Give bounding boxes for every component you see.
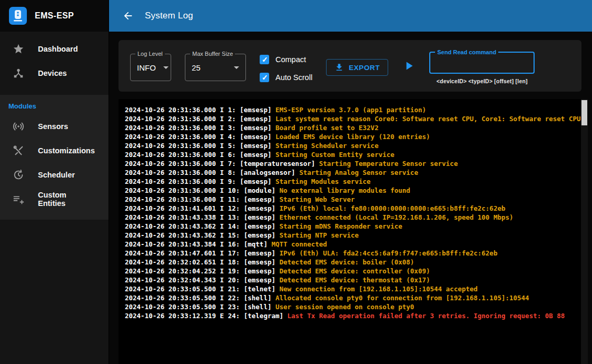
main: Log Level INFO Max Buffer Size 25 Compac… (109, 32, 592, 364)
log-line: 2024-10-26 20:31:36.000 I 10: [module] N… (125, 186, 579, 195)
app-logo-icon (8, 6, 27, 25)
compact-label: Compact (275, 55, 306, 64)
chevron-down-icon (234, 66, 239, 69)
tools-icon (13, 145, 24, 156)
sidebar-item-dashboard[interactable]: Dashboard (0, 37, 108, 61)
log-line: 2024-10-26 20:33:05.500 I 23: [shell] Us… (125, 302, 579, 311)
log-line: 2024-10-26 20:31:36.000 I 6: [emsesp] St… (125, 150, 579, 159)
sidebar-item-custom-entities[interactable]: Custom Entities (0, 187, 108, 211)
log-line: 2024-10-26 20:31:36.000 I 7: [temperatur… (125, 159, 579, 168)
log-line: 2024-10-26 20:31:43.362 I 14: [emsesp] S… (125, 222, 579, 231)
app-title: EMS-ESP (35, 11, 74, 21)
log-line: 2024-10-26 20:31:36.000 I 1: [emsesp] EM… (125, 105, 579, 114)
log-console: 2024-10-26 20:31:36.000 I 1: [emsesp] EM… (119, 99, 588, 364)
play-icon[interactable] (402, 59, 416, 73)
sidebar-item-label: Devices (38, 69, 67, 77)
sidebar-item-label: Sensors (38, 122, 68, 131)
log-line: 2024-10-26 20:31:36.000 I 4: [emsesp] Lo… (125, 132, 579, 141)
log-line: 2024-10-26 20:33:05.500 I 22: [shell] Al… (125, 293, 579, 302)
sidebar-item-label: Dashboard (38, 45, 78, 53)
log-console-wrap: 2024-10-26 20:31:36.000 I 1: [emsesp] EM… (119, 99, 588, 364)
log-toolbar: Log Level INFO Max Buffer Size 25 Compac… (119, 40, 581, 92)
sidebar-modules-section: Modules Sensors Customizations (0, 95, 108, 220)
chevron-down-icon (163, 66, 169, 69)
playlist-add-icon (13, 193, 24, 205)
sensors-icon (13, 121, 24, 132)
modules-section-label: Modules (0, 95, 108, 114)
send-read-field[interactable]: Send Read command (429, 52, 535, 74)
sidebar-item-label: Customizations (38, 146, 95, 155)
sidebar-item-devices[interactable]: Devices (0, 61, 108, 85)
auto-scroll-checkbox-row[interactable]: Auto Scroll (260, 73, 312, 82)
sidebar-item-scheduler[interactable]: Scheduler (0, 163, 108, 187)
log-line: 2024-10-26 20:31:36.000 I 2: [emsesp] La… (125, 114, 579, 123)
send-read-input[interactable] (437, 58, 527, 67)
log-line: 2024-10-26 20:33:05.500 I 21: [telnet] N… (125, 284, 579, 293)
log-line: 2024-10-26 20:31:41.601 I 12: [emsesp] I… (125, 204, 579, 213)
export-label: EXPORT (349, 64, 380, 72)
log-line: 2024-10-26 20:32:04.343 I 20: [emsesp] D… (125, 276, 579, 284)
log-line: 2024-10-26 20:31:36.000 I 8: [analogsens… (125, 168, 579, 177)
log-level-value: INFO (137, 63, 156, 72)
sidebar-nav: Dashboard Devices Modules Sensors (0, 32, 108, 220)
content-area: System Log Log Level INFO Max Buffer Siz… (109, 0, 592, 364)
max-buffer-label: Max Buffer Size (190, 51, 235, 57)
log-line: 2024-10-26 20:32:04.252 I 19: [emsesp] D… (125, 267, 579, 276)
compact-checkbox-row[interactable]: Compact (260, 55, 312, 64)
sidebar-item-label: Scheduler (38, 171, 75, 179)
log-level-select[interactable]: Log Level INFO (130, 54, 171, 81)
log-line: 2024-10-26 20:31:43.362 I 15: [emsesp] S… (125, 231, 579, 240)
max-buffer-value: 25 (192, 63, 201, 72)
export-button[interactable]: EXPORT (326, 59, 388, 76)
sidebar-item-sensors[interactable]: Sensors (0, 114, 108, 139)
sidebar-item-customizations[interactable]: Customizations (0, 139, 108, 163)
arrow-back-icon (122, 10, 134, 22)
log-line: 2024-10-26 20:31:36.000 I 3: [emsesp] Bo… (125, 123, 579, 132)
log-line: 2024-10-26 20:33:12.319 E 24: [telegram]… (125, 311, 579, 320)
app-bar: System Log (109, 0, 592, 32)
checkbox-group: Compact Auto Scroll (260, 51, 312, 82)
log-line: 2024-10-26 20:31:43.338 I 13: [emsesp] E… (125, 213, 579, 222)
app-root: EMS-ESP Dashboard Devices Modules (0, 0, 592, 364)
log-scrollbar[interactable] (581, 99, 588, 364)
star-icon (13, 43, 24, 55)
log-line: 2024-10-26 20:31:36.000 I 5: [emsesp] St… (125, 141, 579, 150)
log-line: 2024-10-26 20:31:43.384 I 16: [mqtt] MQT… (125, 240, 579, 249)
compact-checkbox[interactable] (260, 55, 269, 64)
scrollbar-thumb[interactable] (581, 100, 587, 125)
log-line: 2024-10-26 20:31:36.000 I 9: [emsesp] St… (125, 177, 579, 186)
log-line: 2024-10-26 20:31:47.601 I 17: [emsesp] I… (125, 249, 579, 258)
max-buffer-select[interactable]: Max Buffer Size 25 (185, 54, 246, 81)
schedule-icon (13, 169, 24, 181)
log-level-label: Log Level (135, 51, 165, 57)
app-brand: EMS-ESP (0, 0, 108, 32)
log-line: 2024-10-26 20:32:02.651 I 18: [emsesp] D… (125, 258, 579, 267)
device-hub-icon (13, 67, 24, 79)
send-read-helper: <deviceID> <typeID> [offset] [len] (429, 78, 535, 84)
sidebar: EMS-ESP Dashboard Devices Modules (0, 0, 109, 364)
send-read-label: Send Read command (435, 49, 498, 56)
log-line: 2024-10-26 20:31:36.000 I 11: [emsesp] S… (125, 195, 579, 204)
auto-scroll-checkbox[interactable] (260, 73, 269, 82)
auto-scroll-label: Auto Scroll (275, 73, 312, 82)
send-read-group: Send Read command <deviceID> <typeID> [o… (429, 52, 535, 84)
sidebar-item-label: Custom Entities (38, 191, 96, 208)
download-icon (334, 63, 344, 72)
page-title: System Log (145, 11, 193, 21)
back-button[interactable] (117, 5, 139, 26)
